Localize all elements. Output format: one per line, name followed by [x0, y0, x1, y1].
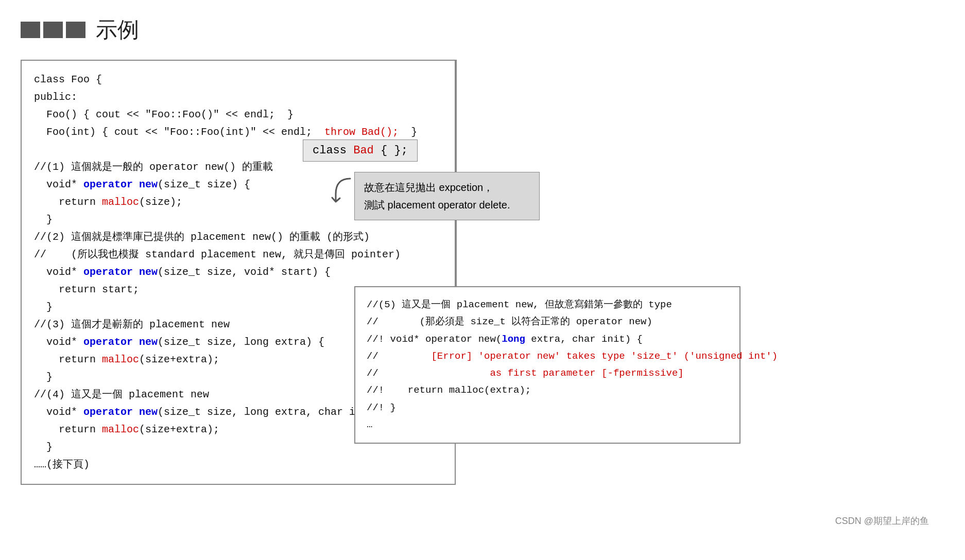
- callout-bad-prefix: class: [313, 144, 353, 157]
- callout-note-line1: 故意在這兒拋出 expcetion，: [364, 179, 530, 196]
- code-line-23: ……(接下頁): [34, 456, 442, 474]
- code-line-12: void* operator new(size_t size, void* st…: [34, 264, 442, 281]
- rcode-line-3: //! void* operator new(long extra, char …: [367, 331, 728, 348]
- code-line-1: class Foo {: [34, 71, 442, 89]
- code-line-4: Foo(int) { cout << "Foo::Foo(int)" << en…: [34, 124, 442, 141]
- code-line-10: //(2) 這個就是標準庫已提供的 placement new() 的重載 (的…: [34, 229, 442, 246]
- rcode-line-7: //! }: [367, 399, 728, 416]
- page-title: 示例: [96, 15, 139, 44]
- callout-note-box: 故意在這兒拋出 expcetion， 測試 placement operator…: [354, 172, 540, 220]
- rcode-line-1: //(5) 這又是一個 placement new, 但故意寫錯第一參數的 ty…: [367, 296, 728, 313]
- callout-bad-box: class Bad { };: [303, 139, 418, 162]
- rcode-line-6: //! return malloc(extra);: [367, 382, 728, 399]
- callout-note-line2: 測試 placement operator delete.: [364, 196, 530, 214]
- rcode-line-2: // (那必須是 size_t 以符合正常的 operator new): [367, 313, 728, 330]
- page-container: 示例 class Foo { public: Foo() { cout << "…: [0, 0, 965, 560]
- rcode-line-4: // [Error] 'operator new' takes type 'si…: [367, 348, 728, 365]
- watermark: CSDN @期望上岸的鱼: [835, 515, 929, 527]
- header: 示例: [21, 15, 944, 44]
- code-line-2: public:: [34, 89, 442, 106]
- header-bar-1: [21, 22, 40, 38]
- code-box-right: //(5) 這又是一個 placement new, 但故意寫錯第一參數的 ty…: [354, 286, 740, 444]
- callout-arrow: [330, 176, 358, 206]
- header-bar-3: [66, 22, 85, 38]
- code-line-3: Foo() { cout << "Foo::Foo()" << endl; }: [34, 106, 442, 124]
- callout-bad-keyword: Bad: [353, 144, 374, 157]
- rcode-line-5: // as first parameter [-fpermissive]: [367, 365, 728, 382]
- header-decoration: [21, 22, 85, 38]
- main-content: class Foo { public: Foo() { cout << "Foo…: [21, 60, 944, 533]
- callout-bad-suffix: { };: [374, 144, 408, 157]
- header-bar-2: [43, 22, 63, 38]
- code-line-11: // (所以我也模擬 standard placement new, 就只是傳回…: [34, 246, 442, 264]
- rcode-line-8: …: [367, 416, 728, 433]
